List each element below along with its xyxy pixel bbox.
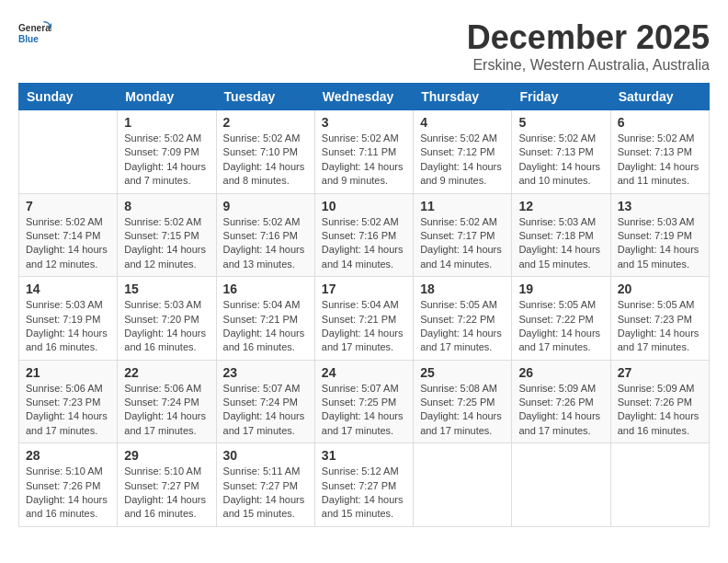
calendar-cell: 23Sunrise: 5:07 AMSunset: 7:24 PMDayligh… xyxy=(216,360,314,443)
calendar-cell: 19Sunrise: 5:05 AMSunset: 7:22 PMDayligh… xyxy=(512,277,610,361)
day-info: Sunrise: 5:09 AMSunset: 7:26 PMDaylight:… xyxy=(518,382,603,439)
calendar-week-4: 21Sunrise: 5:06 AMSunset: 7:23 PMDayligh… xyxy=(19,360,710,443)
day-number: 7 xyxy=(26,199,110,213)
day-number: 31 xyxy=(322,448,406,463)
calendar-cell xyxy=(19,110,118,194)
location-title: Erskine, Western Australia, Australia xyxy=(467,57,710,74)
day-info: Sunrise: 5:02 AMSunset: 7:17 PMDaylight:… xyxy=(420,215,505,272)
day-number: 8 xyxy=(124,199,209,213)
weekday-header-row: SundayMondayTuesdayWednesdayThursdayFrid… xyxy=(19,84,710,110)
calendar-cell: 9Sunrise: 5:02 AMSunset: 7:16 PMDaylight… xyxy=(216,193,314,277)
day-number: 3 xyxy=(322,115,406,130)
day-number: 10 xyxy=(322,199,406,213)
calendar-cell: 11Sunrise: 5:02 AMSunset: 7:17 PMDayligh… xyxy=(414,193,512,277)
day-number: 22 xyxy=(124,365,209,380)
calendar-cell: 7Sunrise: 5:02 AMSunset: 7:14 PMDaylight… xyxy=(19,193,118,277)
day-info: Sunrise: 5:02 AMSunset: 7:12 PMDaylight:… xyxy=(420,132,505,189)
calendar-cell: 13Sunrise: 5:03 AMSunset: 7:19 PMDayligh… xyxy=(610,193,709,277)
calendar-cell: 24Sunrise: 5:07 AMSunset: 7:25 PMDayligh… xyxy=(314,360,413,443)
calendar-cell: 16Sunrise: 5:04 AMSunset: 7:21 PMDayligh… xyxy=(216,277,314,361)
day-info: Sunrise: 5:02 AMSunset: 7:14 PMDaylight:… xyxy=(26,215,110,272)
calendar-cell: 28Sunrise: 5:10 AMSunset: 7:26 PMDayligh… xyxy=(19,443,118,527)
day-number: 6 xyxy=(618,115,702,130)
calendar-cell: 8Sunrise: 5:02 AMSunset: 7:15 PMDaylight… xyxy=(118,193,216,277)
day-info: Sunrise: 5:04 AMSunset: 7:21 PMDaylight:… xyxy=(322,298,406,355)
day-info: Sunrise: 5:02 AMSunset: 7:16 PMDaylight:… xyxy=(223,215,308,272)
day-number: 17 xyxy=(322,282,406,296)
day-number: 4 xyxy=(420,115,505,130)
day-info: Sunrise: 5:02 AMSunset: 7:13 PMDaylight:… xyxy=(518,132,603,189)
day-number: 28 xyxy=(26,448,110,463)
day-number: 1 xyxy=(124,115,209,130)
calendar-cell: 5Sunrise: 5:02 AMSunset: 7:13 PMDaylight… xyxy=(512,110,610,194)
day-number: 25 xyxy=(420,365,505,380)
logo: General Blue xyxy=(18,18,51,52)
day-info: Sunrise: 5:02 AMSunset: 7:11 PMDaylight:… xyxy=(322,132,406,189)
calendar-week-1: 1Sunrise: 5:02 AMSunset: 7:09 PMDaylight… xyxy=(19,110,710,194)
day-number: 20 xyxy=(618,282,702,296)
calendar-cell: 17Sunrise: 5:04 AMSunset: 7:21 PMDayligh… xyxy=(314,277,413,361)
day-info: Sunrise: 5:04 AMSunset: 7:21 PMDaylight:… xyxy=(223,298,308,355)
day-number: 5 xyxy=(518,115,603,130)
calendar-cell: 14Sunrise: 5:03 AMSunset: 7:19 PMDayligh… xyxy=(19,277,118,361)
calendar-week-3: 14Sunrise: 5:03 AMSunset: 7:19 PMDayligh… xyxy=(19,277,710,361)
weekday-header-friday: Friday xyxy=(512,84,610,110)
day-info: Sunrise: 5:11 AMSunset: 7:27 PMDaylight:… xyxy=(223,465,308,522)
day-info: Sunrise: 5:05 AMSunset: 7:22 PMDaylight:… xyxy=(420,298,505,355)
calendar-cell: 4Sunrise: 5:02 AMSunset: 7:12 PMDaylight… xyxy=(414,110,512,194)
day-number: 14 xyxy=(26,282,110,296)
calendar-cell: 29Sunrise: 5:10 AMSunset: 7:27 PMDayligh… xyxy=(118,443,216,527)
day-info: Sunrise: 5:02 AMSunset: 7:15 PMDaylight:… xyxy=(124,215,209,272)
day-info: Sunrise: 5:08 AMSunset: 7:25 PMDaylight:… xyxy=(420,382,505,439)
calendar-cell: 1Sunrise: 5:02 AMSunset: 7:09 PMDaylight… xyxy=(118,110,216,194)
day-info: Sunrise: 5:03 AMSunset: 7:19 PMDaylight:… xyxy=(26,298,110,355)
day-number: 15 xyxy=(124,282,209,296)
day-info: Sunrise: 5:10 AMSunset: 7:27 PMDaylight:… xyxy=(124,465,209,522)
calendar-cell: 2Sunrise: 5:02 AMSunset: 7:10 PMDaylight… xyxy=(216,110,314,194)
calendar-cell: 26Sunrise: 5:09 AMSunset: 7:26 PMDayligh… xyxy=(512,360,610,443)
day-number: 19 xyxy=(518,282,603,296)
day-info: Sunrise: 5:03 AMSunset: 7:18 PMDaylight:… xyxy=(518,215,603,272)
day-info: Sunrise: 5:07 AMSunset: 7:24 PMDaylight:… xyxy=(223,382,308,439)
day-info: Sunrise: 5:05 AMSunset: 7:23 PMDaylight:… xyxy=(618,298,702,355)
calendar-cell: 10Sunrise: 5:02 AMSunset: 7:16 PMDayligh… xyxy=(314,193,413,277)
calendar-cell: 20Sunrise: 5:05 AMSunset: 7:23 PMDayligh… xyxy=(610,277,709,361)
weekday-header-thursday: Thursday xyxy=(414,84,512,110)
day-number: 27 xyxy=(618,365,702,380)
day-info: Sunrise: 5:02 AMSunset: 7:09 PMDaylight:… xyxy=(124,132,209,189)
calendar-cell xyxy=(610,443,709,527)
day-number: 23 xyxy=(223,365,308,380)
day-number: 26 xyxy=(518,365,603,380)
day-number: 2 xyxy=(223,115,308,130)
day-info: Sunrise: 5:03 AMSunset: 7:20 PMDaylight:… xyxy=(124,298,209,355)
day-info: Sunrise: 5:09 AMSunset: 7:26 PMDaylight:… xyxy=(618,382,702,439)
day-number: 24 xyxy=(322,365,406,380)
day-number: 18 xyxy=(420,282,505,296)
calendar-cell xyxy=(512,443,610,527)
calendar-cell: 27Sunrise: 5:09 AMSunset: 7:26 PMDayligh… xyxy=(610,360,709,443)
page-header: General Blue December 2025 Erskine, West… xyxy=(18,18,710,74)
day-info: Sunrise: 5:07 AMSunset: 7:25 PMDaylight:… xyxy=(322,382,406,439)
day-number: 13 xyxy=(618,199,702,213)
calendar-cell: 18Sunrise: 5:05 AMSunset: 7:22 PMDayligh… xyxy=(414,277,512,361)
weekday-header-wednesday: Wednesday xyxy=(314,84,413,110)
svg-text:Blue: Blue xyxy=(18,34,39,44)
day-info: Sunrise: 5:06 AMSunset: 7:24 PMDaylight:… xyxy=(124,382,209,439)
day-info: Sunrise: 5:02 AMSunset: 7:13 PMDaylight:… xyxy=(618,132,702,189)
day-info: Sunrise: 5:06 AMSunset: 7:23 PMDaylight:… xyxy=(26,382,110,439)
day-info: Sunrise: 5:12 AMSunset: 7:27 PMDaylight:… xyxy=(322,465,406,522)
day-info: Sunrise: 5:05 AMSunset: 7:22 PMDaylight:… xyxy=(518,298,603,355)
calendar-cell xyxy=(414,443,512,527)
calendar-week-2: 7Sunrise: 5:02 AMSunset: 7:14 PMDaylight… xyxy=(19,193,710,277)
day-number: 30 xyxy=(223,448,308,463)
calendar-cell: 31Sunrise: 5:12 AMSunset: 7:27 PMDayligh… xyxy=(314,443,413,527)
day-number: 21 xyxy=(26,365,110,380)
weekday-header-tuesday: Tuesday xyxy=(216,84,314,110)
day-info: Sunrise: 5:02 AMSunset: 7:16 PMDaylight:… xyxy=(322,215,406,272)
calendar-cell: 15Sunrise: 5:03 AMSunset: 7:20 PMDayligh… xyxy=(118,277,216,361)
day-number: 11 xyxy=(420,199,505,213)
day-number: 9 xyxy=(223,199,308,213)
calendar-cell: 25Sunrise: 5:08 AMSunset: 7:25 PMDayligh… xyxy=(414,360,512,443)
weekday-header-monday: Monday xyxy=(118,84,216,110)
calendar-cell: 3Sunrise: 5:02 AMSunset: 7:11 PMDaylight… xyxy=(314,110,413,194)
